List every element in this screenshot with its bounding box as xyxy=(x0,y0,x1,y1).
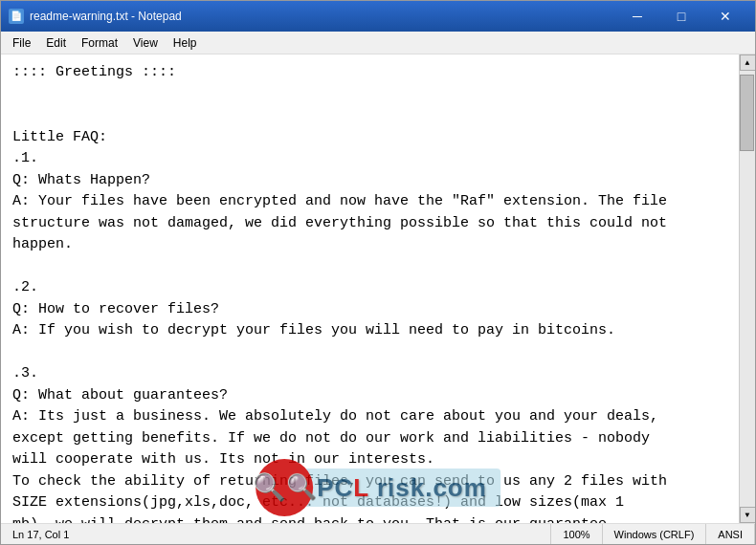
notepad-window: 📄 readme-warning.txt - Notepad ─ □ ✕ Fil… xyxy=(0,0,756,545)
scroll-down-arrow[interactable]: ▼ xyxy=(740,507,756,523)
scrollbar-track[interactable] xyxy=(740,71,755,507)
text-editor[interactable]: :::: Greetings :::: Little FAQ: .1. Q: W… xyxy=(1,54,739,523)
window-controls: ─ □ ✕ xyxy=(615,1,747,32)
window-title: readme-warning.txt - Notepad xyxy=(30,10,615,23)
menu-format[interactable]: Format xyxy=(74,34,125,52)
vertical-scrollbar[interactable]: ▲ ▼ xyxy=(739,54,755,523)
menu-bar: File Edit Format View Help xyxy=(1,32,755,54)
status-position: Ln 17, Col 1 xyxy=(1,524,551,544)
minimize-button[interactable]: ─ xyxy=(615,1,659,32)
status-bar: Ln 17, Col 1 100% Windows (CRLF) ANSI xyxy=(1,523,755,544)
menu-file[interactable]: File xyxy=(5,34,38,52)
scrollbar-thumb[interactable] xyxy=(740,75,754,151)
menu-help[interactable]: Help xyxy=(166,34,205,52)
status-zoom: 100% xyxy=(551,524,602,544)
scroll-up-arrow[interactable]: ▲ xyxy=(740,54,756,71)
close-button[interactable]: ✕ xyxy=(703,1,747,32)
menu-edit[interactable]: Edit xyxy=(38,34,74,52)
title-bar: 📄 readme-warning.txt - Notepad ─ □ ✕ xyxy=(1,1,755,32)
app-icon: 📄 xyxy=(9,9,24,24)
status-encoding: ANSI xyxy=(706,524,755,544)
editor-area: :::: Greetings :::: Little FAQ: .1. Q: W… xyxy=(1,54,755,523)
menu-view[interactable]: View xyxy=(125,34,166,52)
status-line-ending: Windows (CRLF) xyxy=(603,524,707,544)
maximize-button[interactable]: □ xyxy=(659,1,703,32)
